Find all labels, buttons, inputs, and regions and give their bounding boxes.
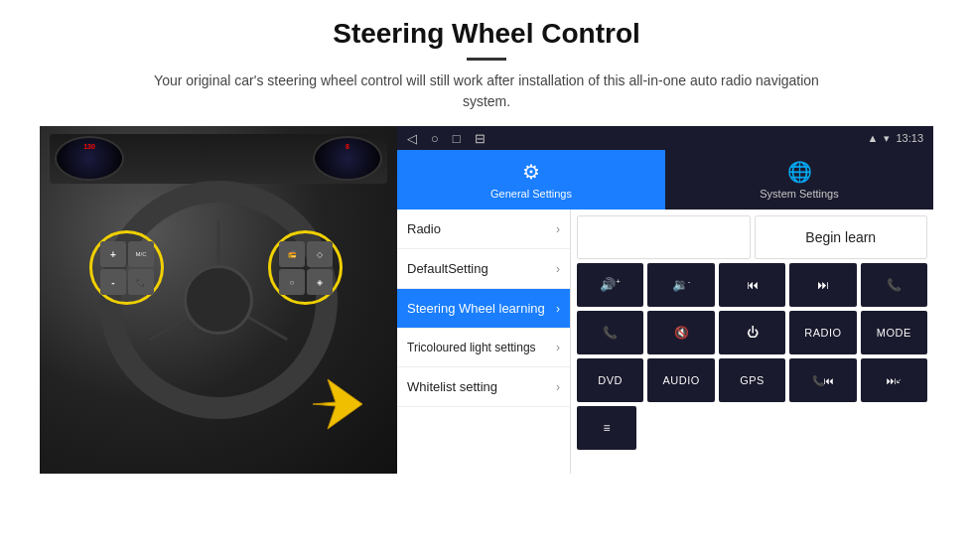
dvd-label: DVD	[598, 374, 623, 386]
btn-diamond: ◇	[307, 241, 333, 267]
power-icon: ⏻	[747, 326, 759, 340]
btn-phone: 📞	[128, 269, 154, 295]
nav-icons: ◁ ○ □ ⊟	[407, 131, 486, 146]
mute-button[interactable]: 🔇	[647, 311, 714, 354]
tab-general-label: General Settings	[490, 188, 572, 200]
next-skip-button[interactable]: ⏭↙	[861, 358, 927, 402]
list-icon-button[interactable]: ≡	[577, 406, 636, 450]
empty-control-box	[577, 215, 751, 259]
power-button[interactable]: ⏻	[719, 311, 785, 354]
menu-icon[interactable]: ⊟	[475, 131, 486, 146]
answer-icon: 📞	[603, 326, 618, 340]
menu-item-default[interactable]: DefaultSetting ›	[397, 249, 570, 289]
time-display: 13:13	[896, 132, 923, 144]
controls-row1: Begin learn	[577, 215, 927, 259]
btn-plus: +	[100, 241, 126, 267]
menu-item-radio[interactable]: Radio ›	[397, 210, 570, 249]
next-skip-icon: ⏭↙	[887, 375, 902, 386]
next-track-button[interactable]: ⏭	[789, 263, 856, 307]
system-settings-icon: 🌐	[787, 160, 812, 184]
controls-row2: 🔊+ 🔉- ⏮ ⏭ 📞	[577, 263, 927, 307]
vol-up-button[interactable]: 🔊+	[577, 263, 643, 307]
phone-icon: 📞	[887, 278, 902, 292]
steering-wheel-image: 130 8 + M/C -	[40, 126, 397, 474]
btn-mode: M/C	[128, 241, 154, 267]
list-icon: ≡	[603, 421, 610, 435]
yellow-arrow	[308, 374, 367, 434]
audio-button[interactable]: AUDIO	[647, 358, 714, 402]
wheel-hub	[184, 265, 253, 335]
controls-row3: 📞 🔇 ⏻ RADIO MODE	[577, 311, 927, 354]
left-mini-btns: + M/C - 📞	[92, 233, 162, 303]
mode-button[interactable]: MODE	[861, 311, 927, 354]
chevron-icon-radio: ›	[556, 222, 560, 236]
btn-minus: -	[100, 269, 126, 295]
menu-steering-label: Steering Wheel learning	[407, 301, 545, 316]
prev-track-button[interactable]: ⏮	[719, 263, 785, 307]
status-bar: ◁ ○ □ ⊟ ▲ ▾ 13:13	[397, 126, 933, 150]
status-right: ▲ ▾ 13:13	[868, 132, 923, 145]
dvd-button[interactable]: DVD	[577, 358, 643, 402]
phone-button[interactable]: 📞	[861, 263, 927, 307]
subtitle-text: Your original car's steering wheel contr…	[139, 70, 834, 112]
menu-item-tricoloured[interactable]: Tricoloured light settings ›	[397, 329, 570, 367]
phone-prev-button[interactable]: 📞⏮	[789, 358, 856, 402]
content-area: 130 8 + M/C -	[40, 126, 933, 474]
general-settings-icon: ⚙	[522, 160, 540, 184]
btn-diamond2: ◈	[307, 269, 333, 295]
vol-down-button[interactable]: 🔉-	[647, 263, 714, 307]
controls-row4: DVD AUDIO GPS 📞⏮ ⏭↙	[577, 358, 927, 402]
right-mini-btns: 📻 ◇ ○ ◈	[271, 233, 341, 303]
gps-label: GPS	[740, 374, 764, 386]
prev-track-icon: ⏮	[747, 278, 759, 292]
back-icon[interactable]: ◁	[407, 131, 417, 146]
chevron-icon-default: ›	[556, 262, 560, 276]
controls-panel: Begin learn 🔊+ 🔉- ⏮	[571, 210, 933, 474]
phone-prev-icon: 📞⏮	[812, 375, 834, 386]
mute-icon: 🔇	[674, 326, 689, 340]
right-highlight-circle: 📻 ◇ ○ ◈	[268, 230, 343, 305]
vol-down-icon: 🔉-	[672, 277, 691, 292]
chevron-icon-tricoloured: ›	[556, 341, 560, 354]
menu-whitelist-label: Whitelist setting	[407, 379, 497, 394]
signal-icon: ▲	[868, 132, 879, 144]
mode-label: MODE	[877, 327, 911, 339]
wifi-icon: ▾	[884, 132, 890, 145]
audio-label: AUDIO	[662, 374, 699, 386]
menu-item-whitelist[interactable]: Whitelist setting ›	[397, 367, 570, 407]
android-panel: ◁ ○ □ ⊟ ▲ ▾ 13:13 ⚙ General Settings	[397, 126, 933, 474]
btn-media: 📻	[279, 241, 305, 267]
title-section: Steering Wheel Control Your original car…	[40, 18, 933, 112]
home-icon[interactable]: ○	[431, 131, 439, 146]
menu-default-label: DefaultSetting	[407, 261, 488, 276]
btn-circle: ○	[279, 269, 305, 295]
begin-learn-button[interactable]: Begin learn	[755, 215, 928, 259]
menu-list: Radio › DefaultSetting › Steering Wheel …	[397, 210, 571, 474]
radio-label: RADIO	[804, 327, 841, 339]
chevron-icon-steering: ›	[556, 302, 560, 316]
tab-bar: ⚙ General Settings 🌐 System Settings	[397, 150, 933, 210]
chevron-icon-whitelist: ›	[556, 380, 560, 394]
gps-button[interactable]: GPS	[719, 358, 785, 402]
tab-general[interactable]: ⚙ General Settings	[397, 150, 665, 210]
menu-radio-label: Radio	[407, 221, 441, 236]
page-title: Steering Wheel Control	[40, 18, 933, 50]
vol-up-icon: 🔊+	[600, 277, 621, 292]
radio-button[interactable]: RADIO	[789, 311, 856, 354]
page-wrapper: Steering Wheel Control Your original car…	[0, 0, 973, 474]
left-highlight-circle: + M/C - 📞	[89, 230, 164, 305]
svg-marker-0	[313, 379, 362, 429]
answer-call-button[interactable]: 📞	[577, 311, 643, 354]
menu-item-steering[interactable]: Steering Wheel learning ›	[397, 289, 570, 329]
controls-row5: ≡	[577, 406, 927, 450]
main-content: Radio › DefaultSetting › Steering Wheel …	[397, 210, 933, 474]
tab-system-label: System Settings	[760, 188, 838, 200]
tab-system[interactable]: 🌐 System Settings	[665, 150, 933, 210]
recents-icon[interactable]: □	[453, 131, 461, 146]
menu-tricoloured-label: Tricoloured light settings	[407, 341, 536, 354]
title-divider	[467, 58, 506, 61]
next-track-icon: ⏭	[817, 278, 829, 292]
